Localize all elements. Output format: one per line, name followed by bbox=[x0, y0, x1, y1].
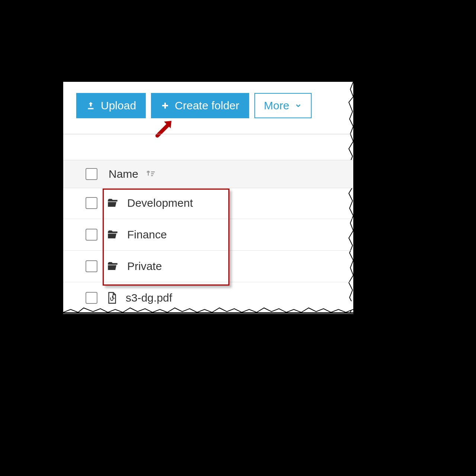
item-name[interactable]: Development bbox=[127, 197, 193, 209]
more-button[interactable]: More bbox=[254, 93, 312, 118]
folder-icon bbox=[106, 228, 119, 241]
item-name[interactable]: Finance bbox=[127, 228, 167, 241]
sort-icon[interactable] bbox=[145, 168, 156, 180]
list-item[interactable]: Private bbox=[63, 251, 353, 282]
create-folder-button[interactable]: Create folder bbox=[151, 93, 249, 118]
row-checkbox[interactable] bbox=[86, 292, 97, 304]
column-header-name[interactable]: Name bbox=[109, 168, 138, 180]
chevron-down-icon bbox=[295, 99, 302, 112]
folder-icon bbox=[106, 260, 119, 273]
list-item[interactable]: Development bbox=[63, 187, 353, 219]
toolbar: Upload Create folder More bbox=[76, 93, 317, 118]
file-list: Development Finance Private bbox=[63, 187, 353, 314]
more-button-label: More bbox=[264, 99, 289, 112]
pdf-file-icon bbox=[106, 292, 118, 304]
toolbar-divider bbox=[63, 134, 353, 134]
table-header: Name bbox=[63, 160, 353, 188]
item-name[interactable]: s3-dg.pdf bbox=[126, 292, 172, 304]
upload-button-label: Upload bbox=[101, 99, 136, 112]
plus-icon bbox=[161, 101, 170, 110]
row-checkbox[interactable] bbox=[86, 260, 97, 272]
create-folder-button-label: Create folder bbox=[175, 99, 239, 112]
row-checkbox[interactable] bbox=[86, 229, 97, 241]
upload-button[interactable]: Upload bbox=[76, 93, 146, 118]
upload-icon bbox=[86, 101, 96, 110]
row-checkbox[interactable] bbox=[86, 197, 97, 209]
file-browser-panel: Upload Create folder More bbox=[63, 82, 353, 312]
item-name[interactable]: Private bbox=[127, 260, 162, 273]
list-item[interactable]: Finance bbox=[63, 219, 353, 251]
annotation-arrow bbox=[154, 117, 176, 139]
list-item[interactable]: s3-dg.pdf bbox=[63, 282, 353, 314]
select-all-checkbox[interactable] bbox=[86, 168, 97, 180]
folder-icon bbox=[106, 197, 119, 209]
